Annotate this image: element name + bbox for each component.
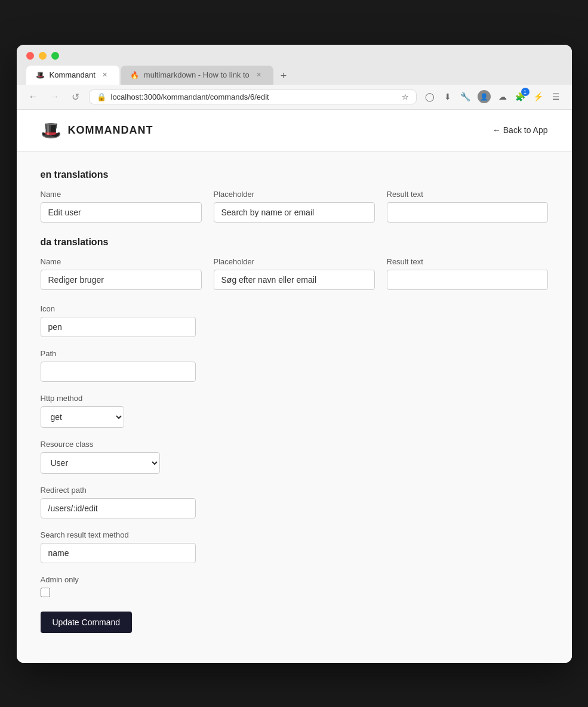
da-placeholder-group: Placeholder xyxy=(214,257,375,290)
redirect-path-group: Redirect path xyxy=(41,486,196,518)
logo: 🎩 KOMMANDANT xyxy=(41,121,153,140)
en-section-title: en translations xyxy=(41,169,548,180)
tab-kommandant[interactable]: 🎩 Kommandant ✕ xyxy=(26,66,119,85)
icon-input[interactable] xyxy=(41,317,196,337)
url-text: localhost:3000/kommandant/commands/6/edi… xyxy=(111,92,397,101)
en-name-input[interactable] xyxy=(41,202,202,223)
pocket-icon[interactable]: ◯ xyxy=(424,91,436,103)
admin-only-label: Admin only xyxy=(41,575,548,584)
en-name-group: Name xyxy=(41,190,202,223)
path-input[interactable] xyxy=(41,362,196,382)
tab-bar: 🎩 Kommandant ✕ 🔥 multimarkdown - How to … xyxy=(26,66,562,85)
resource-class-select[interactable]: User Admin Guest xyxy=(41,452,160,474)
da-name-input[interactable] xyxy=(41,270,202,290)
menu-icon[interactable]: ☰ xyxy=(550,91,562,103)
avatar[interactable]: 👤 xyxy=(478,90,491,103)
tab-label-1: Kommandant xyxy=(50,70,96,79)
sync-icon[interactable]: ☁ xyxy=(497,91,509,103)
en-result-label: Result text xyxy=(387,190,548,199)
lightning-icon[interactable]: ⚡ xyxy=(532,91,544,103)
resource-class-group: Resource class User Admin Guest xyxy=(41,440,160,474)
back-button[interactable]: ← xyxy=(26,90,41,103)
back-to-app-link[interactable]: ← Back to App xyxy=(492,125,548,135)
tab-label-2: multimarkdown - How to link to xyxy=(144,70,250,79)
search-result-group: Search result text method xyxy=(41,530,196,563)
icon-group: Icon xyxy=(41,304,196,337)
tab-multimarkdown[interactable]: 🔥 multimarkdown - How to link to ✕ xyxy=(121,66,273,85)
tab-close-1[interactable]: ✕ xyxy=(100,70,110,80)
search-result-input[interactable] xyxy=(41,543,196,563)
app-content: en translations Name Placeholder Result … xyxy=(17,152,572,663)
en-section: en translations Name Placeholder Result … xyxy=(41,169,548,223)
reload-button[interactable]: ↺ xyxy=(69,90,82,104)
da-name-group: Name xyxy=(41,257,202,290)
admin-only-group: Admin only xyxy=(41,575,548,597)
http-method-select[interactable]: get post put patch delete xyxy=(41,406,124,428)
browser-toolbar: ◯ ⬇ 🔧 👤 ☁ 🧩 1 ⚡ ☰ xyxy=(424,90,562,103)
icon-label: Icon xyxy=(41,304,196,313)
tab-favicon-1: 🎩 xyxy=(36,71,45,79)
logo-text: KOMMANDANT xyxy=(68,124,153,137)
en-result-group: Result text xyxy=(387,190,548,223)
http-method-label: Http method xyxy=(41,394,124,403)
new-tab-button[interactable]: + xyxy=(275,67,293,85)
logo-icon: 🎩 xyxy=(41,121,62,140)
da-form-row: Name Placeholder Result text xyxy=(41,257,548,290)
en-placeholder-input[interactable] xyxy=(214,202,375,223)
download-icon[interactable]: ⬇ xyxy=(442,91,454,103)
redirect-path-label: Redirect path xyxy=(41,486,196,495)
da-result-input[interactable] xyxy=(387,270,548,290)
browser-chrome: 🎩 Kommandant ✕ 🔥 multimarkdown - How to … xyxy=(17,45,572,85)
extension-icon[interactable]: 🔧 xyxy=(460,91,472,103)
tab-close-2[interactable]: ✕ xyxy=(254,70,264,80)
en-name-label: Name xyxy=(41,190,202,199)
admin-only-checkbox[interactable] xyxy=(41,588,50,597)
traffic-lights xyxy=(26,52,562,60)
tab-favicon-2: 🔥 xyxy=(130,71,139,79)
http-method-group: Http method get post put patch delete xyxy=(41,394,124,428)
da-result-label: Result text xyxy=(387,257,548,266)
notification-badge[interactable]: 🧩 1 xyxy=(515,91,527,103)
badge-count: 1 xyxy=(521,88,529,96)
forward-button[interactable]: → xyxy=(48,90,62,103)
traffic-light-yellow[interactable] xyxy=(39,52,47,60)
address-bar: ← → ↺ 🔒 localhost:3000/kommandant/comman… xyxy=(17,85,572,110)
app-header: 🎩 KOMMANDANT ← Back to App xyxy=(17,110,572,152)
path-group: Path xyxy=(41,349,196,382)
star-icon[interactable]: ☆ xyxy=(402,92,409,101)
en-placeholder-group: Placeholder xyxy=(214,190,375,223)
path-label: Path xyxy=(41,349,196,358)
traffic-light-red[interactable] xyxy=(26,52,34,60)
en-form-row: Name Placeholder Result text xyxy=(41,190,548,223)
traffic-light-green[interactable] xyxy=(51,52,59,60)
en-result-input[interactable] xyxy=(387,202,548,223)
da-placeholder-input[interactable] xyxy=(214,270,375,290)
resource-class-label: Resource class xyxy=(41,440,160,449)
da-name-label: Name xyxy=(41,257,202,266)
redirect-path-input[interactable] xyxy=(41,498,196,518)
da-section: da translations Name Placeholder Result … xyxy=(41,237,548,290)
search-result-label: Search result text method xyxy=(41,530,196,539)
security-icon: 🔒 xyxy=(97,92,106,101)
da-placeholder-label: Placeholder xyxy=(214,257,375,266)
en-placeholder-label: Placeholder xyxy=(214,190,375,199)
update-command-button[interactable]: Update Command xyxy=(41,612,133,633)
url-bar[interactable]: 🔒 localhost:3000/kommandant/commands/6/e… xyxy=(89,89,417,104)
browser-window: 🎩 Kommandant ✕ 🔥 multimarkdown - How to … xyxy=(17,45,572,663)
da-section-title: da translations xyxy=(41,237,548,248)
da-result-group: Result text xyxy=(387,257,548,290)
